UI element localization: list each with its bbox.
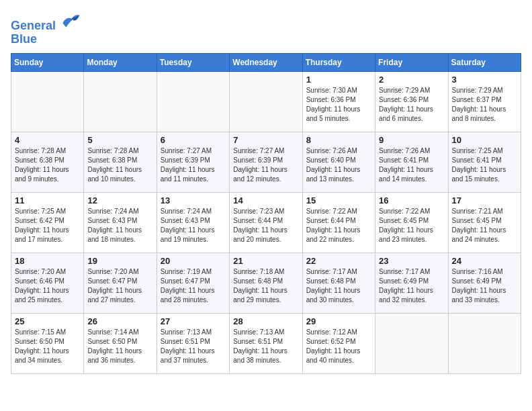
- day-info: Sunrise: 7:12 AM Sunset: 6:52 PM Dayligh…: [306, 328, 371, 365]
- day-header-sunday: Sunday: [11, 53, 84, 71]
- calendar-cell: 19Sunrise: 7:20 AM Sunset: 6:47 PM Dayli…: [84, 253, 157, 313]
- calendar-cell: 26Sunrise: 7:14 AM Sunset: 6:50 PM Dayli…: [84, 313, 157, 373]
- calendar-cell: 12Sunrise: 7:24 AM Sunset: 6:43 PM Dayli…: [84, 192, 157, 253]
- day-number: 24: [452, 256, 517, 266]
- calendar-cell: [375, 313, 448, 373]
- day-info: Sunrise: 7:20 AM Sunset: 6:47 PM Dayligh…: [87, 267, 152, 305]
- day-info: Sunrise: 7:28 AM Sunset: 6:38 PM Dayligh…: [15, 146, 80, 184]
- day-number: 25: [15, 316, 80, 326]
- calendar-cell: 25Sunrise: 7:15 AM Sunset: 6:50 PM Dayli…: [11, 313, 84, 373]
- day-number: 22: [306, 256, 371, 266]
- day-header-wednesday: Wednesday: [230, 53, 302, 71]
- calendar-cell: 14Sunrise: 7:23 AM Sunset: 6:44 PM Dayli…: [230, 192, 302, 253]
- day-number: 8: [306, 135, 371, 145]
- day-number: 29: [306, 316, 371, 326]
- day-info: Sunrise: 7:17 AM Sunset: 6:49 PM Dayligh…: [379, 267, 444, 305]
- day-number: 1: [306, 75, 371, 85]
- day-number: 13: [161, 195, 226, 205]
- day-info: Sunrise: 7:19 AM Sunset: 6:47 PM Dayligh…: [161, 267, 226, 305]
- calendar-cell: 6Sunrise: 7:27 AM Sunset: 6:39 PM Daylig…: [157, 132, 229, 192]
- day-info: Sunrise: 7:14 AM Sunset: 6:50 PM Dayligh…: [87, 328, 152, 365]
- calendar-cell: [84, 71, 157, 132]
- calendar-cell: 8Sunrise: 7:26 AM Sunset: 6:40 PM Daylig…: [302, 132, 375, 192]
- calendar-cell: 28Sunrise: 7:13 AM Sunset: 6:51 PM Dayli…: [230, 313, 302, 373]
- calendar-cell: 27Sunrise: 7:13 AM Sunset: 6:51 PM Dayli…: [157, 313, 229, 373]
- day-info: Sunrise: 7:23 AM Sunset: 6:44 PM Dayligh…: [233, 207, 298, 244]
- day-number: 15: [306, 195, 371, 205]
- calendar-cell: [448, 313, 521, 373]
- calendar-cell: 13Sunrise: 7:24 AM Sunset: 6:43 PM Dayli…: [157, 192, 229, 253]
- calendar-cell: 9Sunrise: 7:26 AM Sunset: 6:41 PM Daylig…: [375, 132, 448, 192]
- calendar-cell: 1Sunrise: 7:30 AM Sunset: 6:36 PM Daylig…: [302, 71, 375, 132]
- day-info: Sunrise: 7:26 AM Sunset: 6:41 PM Dayligh…: [379, 146, 444, 184]
- calendar-cell: 2Sunrise: 7:29 AM Sunset: 6:36 PM Daylig…: [375, 71, 448, 132]
- calendar-cell: 24Sunrise: 7:16 AM Sunset: 6:49 PM Dayli…: [448, 253, 521, 313]
- day-number: 5: [87, 135, 152, 145]
- day-number: 4: [15, 135, 80, 145]
- day-number: 12: [87, 195, 152, 205]
- calendar-table: SundayMondayTuesdayWednesdayThursdayFrid…: [11, 53, 521, 374]
- day-info: Sunrise: 7:20 AM Sunset: 6:46 PM Dayligh…: [15, 267, 80, 305]
- day-header-friday: Friday: [375, 53, 448, 71]
- calendar-cell: 4Sunrise: 7:28 AM Sunset: 6:38 PM Daylig…: [11, 132, 84, 192]
- calendar-cell: [11, 71, 84, 132]
- calendar-cell: 15Sunrise: 7:22 AM Sunset: 6:44 PM Dayli…: [302, 192, 375, 253]
- calendar-cell: 16Sunrise: 7:22 AM Sunset: 6:45 PM Dayli…: [375, 192, 448, 253]
- day-number: 19: [87, 256, 152, 266]
- day-info: Sunrise: 7:30 AM Sunset: 6:36 PM Dayligh…: [306, 86, 371, 124]
- day-info: Sunrise: 7:25 AM Sunset: 6:42 PM Dayligh…: [15, 207, 80, 244]
- calendar-cell: 18Sunrise: 7:20 AM Sunset: 6:46 PM Dayli…: [11, 253, 84, 313]
- day-number: 7: [233, 135, 298, 145]
- logo: General Blue: [11, 11, 81, 46]
- day-number: 26: [87, 316, 152, 326]
- day-info: Sunrise: 7:27 AM Sunset: 6:39 PM Dayligh…: [233, 146, 298, 184]
- day-info: Sunrise: 7:24 AM Sunset: 6:43 PM Dayligh…: [87, 207, 152, 244]
- day-info: Sunrise: 7:13 AM Sunset: 6:51 PM Dayligh…: [233, 328, 298, 365]
- calendar-cell: 17Sunrise: 7:21 AM Sunset: 6:45 PM Dayli…: [448, 192, 521, 253]
- day-info: Sunrise: 7:27 AM Sunset: 6:39 PM Dayligh…: [161, 146, 226, 184]
- day-number: 27: [161, 316, 226, 326]
- day-info: Sunrise: 7:21 AM Sunset: 6:45 PM Dayligh…: [452, 207, 517, 244]
- calendar-cell: 3Sunrise: 7:29 AM Sunset: 6:37 PM Daylig…: [448, 71, 521, 132]
- day-number: 3: [452, 75, 517, 85]
- day-number: 2: [379, 75, 444, 85]
- day-number: 6: [161, 135, 226, 145]
- day-info: Sunrise: 7:24 AM Sunset: 6:43 PM Dayligh…: [161, 207, 226, 244]
- calendar-cell: 5Sunrise: 7:28 AM Sunset: 6:38 PM Daylig…: [84, 132, 157, 192]
- calendar-cell: 21Sunrise: 7:18 AM Sunset: 6:48 PM Dayli…: [230, 253, 302, 313]
- day-number: 11: [15, 195, 80, 205]
- day-info: Sunrise: 7:25 AM Sunset: 6:41 PM Dayligh…: [452, 146, 517, 184]
- day-number: 14: [233, 195, 298, 205]
- calendar-cell: 7Sunrise: 7:27 AM Sunset: 6:39 PM Daylig…: [230, 132, 302, 192]
- logo-general: General: [11, 19, 56, 32]
- calendar-cell: [157, 71, 229, 132]
- day-info: Sunrise: 7:18 AM Sunset: 6:48 PM Dayligh…: [233, 267, 298, 305]
- calendar-cell: 23Sunrise: 7:17 AM Sunset: 6:49 PM Dayli…: [375, 253, 448, 313]
- day-number: 17: [452, 195, 517, 205]
- day-number: 21: [233, 256, 298, 266]
- day-info: Sunrise: 7:22 AM Sunset: 6:44 PM Dayligh…: [306, 207, 371, 244]
- day-info: Sunrise: 7:16 AM Sunset: 6:49 PM Dayligh…: [452, 267, 517, 305]
- day-info: Sunrise: 7:29 AM Sunset: 6:37 PM Dayligh…: [452, 86, 517, 124]
- day-info: Sunrise: 7:15 AM Sunset: 6:50 PM Dayligh…: [15, 328, 80, 365]
- calendar-cell: [230, 71, 302, 132]
- day-number: 18: [15, 256, 80, 266]
- day-header-tuesday: Tuesday: [157, 53, 229, 71]
- day-header-thursday: Thursday: [302, 53, 375, 71]
- day-number: 28: [233, 316, 298, 326]
- day-info: Sunrise: 7:29 AM Sunset: 6:36 PM Dayligh…: [379, 86, 444, 124]
- page-header: General Blue: [11, 11, 521, 46]
- day-info: Sunrise: 7:17 AM Sunset: 6:48 PM Dayligh…: [306, 267, 371, 305]
- day-header-monday: Monday: [84, 53, 157, 71]
- day-number: 23: [379, 256, 444, 266]
- day-header-saturday: Saturday: [448, 53, 521, 71]
- logo-bird-icon: [60, 11, 81, 30]
- calendar-cell: 10Sunrise: 7:25 AM Sunset: 6:41 PM Dayli…: [448, 132, 521, 192]
- day-info: Sunrise: 7:13 AM Sunset: 6:51 PM Dayligh…: [161, 328, 226, 365]
- calendar-cell: 11Sunrise: 7:25 AM Sunset: 6:42 PM Dayli…: [11, 192, 84, 253]
- day-info: Sunrise: 7:28 AM Sunset: 6:38 PM Dayligh…: [87, 146, 152, 184]
- calendar-cell: 20Sunrise: 7:19 AM Sunset: 6:47 PM Dayli…: [157, 253, 229, 313]
- day-info: Sunrise: 7:22 AM Sunset: 6:45 PM Dayligh…: [379, 207, 444, 244]
- day-number: 20: [161, 256, 226, 266]
- day-number: 10: [452, 135, 517, 145]
